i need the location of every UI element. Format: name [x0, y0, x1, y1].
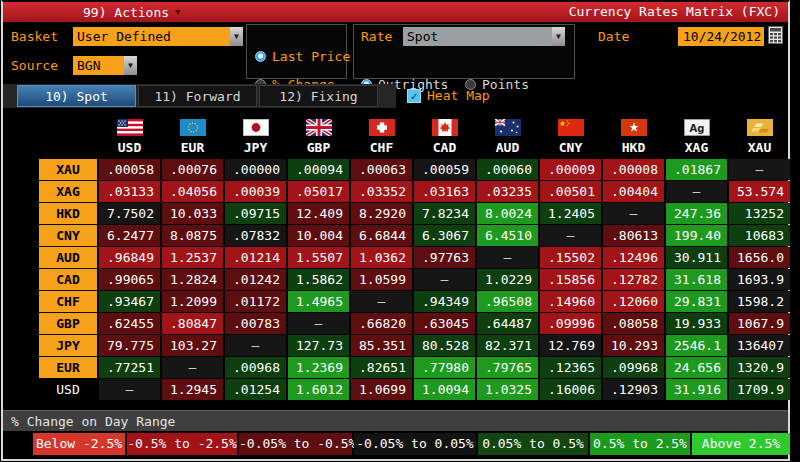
heat-map-toggle[interactable]: ✓ Heat Map	[407, 88, 490, 103]
rate-cell-jpy-cad[interactable]: 80.528	[414, 335, 475, 356]
rate-cell-usd-cad[interactable]: 1.0094	[414, 379, 475, 400]
row-label-xag[interactable]: XAG	[39, 181, 97, 202]
row-label-cny[interactable]: CNY	[39, 225, 97, 246]
rate-cell-aud-hkd[interactable]: .12496	[603, 247, 664, 268]
rate-cell-eur-hkd[interactable]: .09968	[603, 357, 664, 378]
rate-cell-xau-jpy[interactable]: .00000	[225, 159, 286, 180]
tab-11-forward[interactable]: 11) Forward	[138, 85, 257, 107]
tab-12-fixing[interactable]: 12) Fixing	[259, 85, 378, 107]
rate-cell-xag-xau[interactable]: 53.574	[729, 181, 790, 202]
rate-cell-chf-eur[interactable]: 1.2099	[162, 291, 223, 312]
rate-cell-xau-gbp[interactable]: .00094	[288, 159, 349, 180]
rate-cell-aud-chf[interactable]: 1.0362	[351, 247, 412, 268]
rate-cell-xau-hkd[interactable]: .00008	[603, 159, 664, 180]
row-label-jpy[interactable]: JPY	[39, 335, 97, 356]
rate-cell-jpy-cny[interactable]: 12.769	[540, 335, 601, 356]
row-label-cad[interactable]: CAD	[39, 269, 97, 290]
rate-cell-jpy-xag[interactable]: 2546.1	[666, 335, 727, 356]
rate-cell-eur-jpy[interactable]: .00968	[225, 357, 286, 378]
rate-cell-xag-cny[interactable]: .00501	[540, 181, 601, 202]
rate-cell-aud-cad[interactable]: .97763	[414, 247, 475, 268]
rate-cell-eur-cny[interactable]: .12365	[540, 357, 601, 378]
rate-cell-hkd-cny[interactable]: 1.2405	[540, 203, 601, 224]
rate-cell-gbp-xau[interactable]: 1067.9	[729, 313, 790, 334]
rate-cell-xag-usd[interactable]: .03133	[99, 181, 160, 202]
rate-cell-cad-jpy[interactable]: .01242	[225, 269, 286, 290]
rate-cell-cad-gbp[interactable]: 1.5862	[288, 269, 349, 290]
rate-cell-cad-chf[interactable]: 1.0599	[351, 269, 412, 290]
rate-cell-usd-gbp[interactable]: 1.6012	[288, 379, 349, 400]
rate-cell-aud-xau[interactable]: 1656.0	[729, 247, 790, 268]
rate-cell-gbp-chf[interactable]: .66820	[351, 313, 412, 334]
rate-cell-aud-usd[interactable]: .96849	[99, 247, 160, 268]
rate-cell-xau-aud[interactable]: .00060	[477, 159, 538, 180]
rate-cell-hkd-usd[interactable]: 7.7502	[99, 203, 160, 224]
rate-cell-cny-xag[interactable]: 199.40	[666, 225, 727, 246]
rate-cell-gbp-jpy[interactable]: .00783	[225, 313, 286, 334]
rate-cell-jpy-gbp[interactable]: 127.73	[288, 335, 349, 356]
rate-cell-xag-jpy[interactable]: .00039	[225, 181, 286, 202]
rate-cell-xau-eur[interactable]: .00076	[162, 159, 223, 180]
rate-cell-jpy-eur[interactable]: 103.27	[162, 335, 223, 356]
rate-cell-cad-xag[interactable]: 31.618	[666, 269, 727, 290]
rate-cell-jpy-aud[interactable]: 82.371	[477, 335, 538, 356]
rate-cell-hkd-gbp[interactable]: 12.409	[288, 203, 349, 224]
rate-cell-xag-hkd[interactable]: .00404	[603, 181, 664, 202]
rate-cell-cny-hkd[interactable]: .80613	[603, 225, 664, 246]
rate-cell-cny-aud[interactable]: 6.4510	[477, 225, 538, 246]
rate-cell-eur-usd[interactable]: .77251	[99, 357, 160, 378]
rate-dropdown[interactable]: Spot ▼	[403, 27, 565, 46]
rate-cell-usd-xag[interactable]: 31.916	[666, 379, 727, 400]
rate-cell-cad-aud[interactable]: 1.0229	[477, 269, 538, 290]
rate-cell-usd-hkd[interactable]: .12903	[603, 379, 664, 400]
row-label-xau[interactable]: XAU	[39, 159, 97, 180]
rate-cell-cad-usd[interactable]: .99065	[99, 269, 160, 290]
rate-cell-xau-cad[interactable]: .00059	[414, 159, 475, 180]
rate-cell-xag-aud[interactable]: .03235	[477, 181, 538, 202]
source-dropdown[interactable]: BGN ▼	[73, 56, 137, 75]
actions-menu-button[interactable]: 99) Actions ▼	[83, 5, 181, 20]
rate-cell-chf-xau[interactable]: 1598.2	[729, 291, 790, 312]
rate-cell-eur-cad[interactable]: .77980	[414, 357, 475, 378]
rate-cell-cny-gbp[interactable]: 10.004	[288, 225, 349, 246]
rate-cell-gbp-xag[interactable]: 19.933	[666, 313, 727, 334]
rate-cell-cny-eur[interactable]: 8.0875	[162, 225, 223, 246]
rate-cell-cny-jpy[interactable]: .07832	[225, 225, 286, 246]
rate-cell-aud-xag[interactable]: 30.911	[666, 247, 727, 268]
rate-cell-hkd-cad[interactable]: 7.8234	[414, 203, 475, 224]
rate-cell-chf-aud[interactable]: .96508	[477, 291, 538, 312]
rate-cell-xag-chf[interactable]: .03352	[351, 181, 412, 202]
rate-cell-cad-cny[interactable]: .15856	[540, 269, 601, 290]
rate-cell-usd-aud[interactable]: 1.0325	[477, 379, 538, 400]
rate-cell-usd-jpy[interactable]: .01254	[225, 379, 286, 400]
rate-cell-aud-gbp[interactable]: 1.5507	[288, 247, 349, 268]
rate-cell-gbp-cny[interactable]: .09996	[540, 313, 601, 334]
rate-cell-cny-xau[interactable]: 10683	[729, 225, 790, 246]
rate-cell-eur-xau[interactable]: 1320.9	[729, 357, 790, 378]
row-label-chf[interactable]: CHF	[39, 291, 97, 312]
rate-cell-chf-jpy[interactable]: .01172	[225, 291, 286, 312]
rate-cell-xag-cad[interactable]: .03163	[414, 181, 475, 202]
rate-cell-aud-eur[interactable]: 1.2537	[162, 247, 223, 268]
rate-cell-hkd-xag[interactable]: 247.36	[666, 203, 727, 224]
rate-cell-cny-usd[interactable]: 6.2477	[99, 225, 160, 246]
rate-cell-eur-aud[interactable]: .79765	[477, 357, 538, 378]
tab-10-spot[interactable]: 10) Spot	[17, 85, 136, 107]
rate-cell-aud-jpy[interactable]: .01214	[225, 247, 286, 268]
rate-cell-cad-hkd[interactable]: .12782	[603, 269, 664, 290]
rate-cell-chf-usd[interactable]: .93467	[99, 291, 160, 312]
calculator-icon[interactable]	[768, 26, 783, 44]
rate-cell-chf-cad[interactable]: .94349	[414, 291, 475, 312]
basket-dropdown[interactable]: User Defined ▼	[73, 27, 243, 46]
rate-cell-gbp-cad[interactable]: .63045	[414, 313, 475, 334]
rate-cell-usd-xau[interactable]: 1709.9	[729, 379, 790, 400]
rate-cell-hkd-eur[interactable]: 10.033	[162, 203, 223, 224]
rate-cell-xau-cny[interactable]: .00009	[540, 159, 601, 180]
rate-cell-eur-xag[interactable]: 24.656	[666, 357, 727, 378]
rate-cell-hkd-aud[interactable]: 8.0024	[477, 203, 538, 224]
date-field[interactable]: 10/24/2012	[678, 27, 764, 46]
rate-cell-chf-cny[interactable]: .14960	[540, 291, 601, 312]
rate-cell-gbp-hkd[interactable]: .08058	[603, 313, 664, 334]
rate-cell-jpy-hkd[interactable]: 10.293	[603, 335, 664, 356]
rate-cell-gbp-eur[interactable]: .80847	[162, 313, 223, 334]
